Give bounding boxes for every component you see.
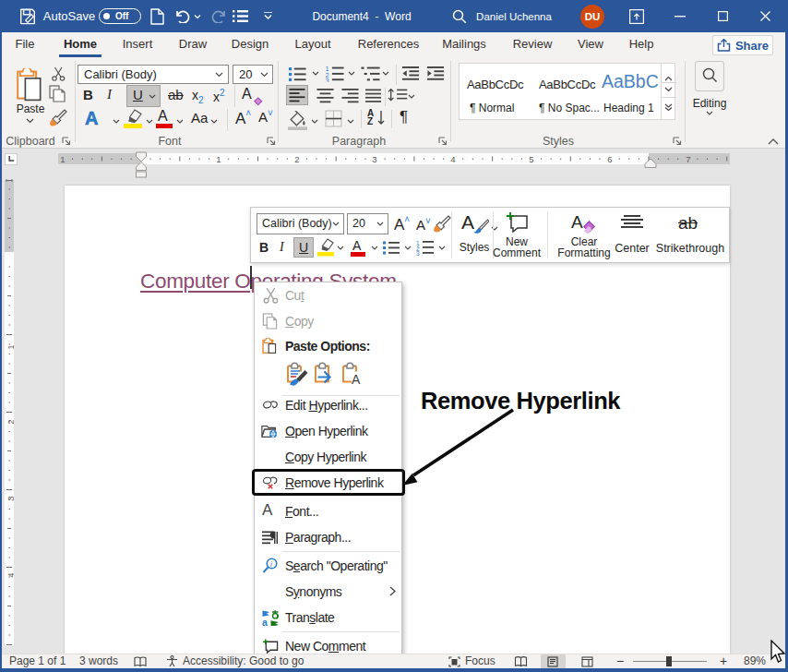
svg-text:2: 2	[6, 419, 15, 424]
svg-text:1: 1	[6, 344, 15, 349]
svg-text:3: 3	[372, 154, 376, 164]
svg-text:6: 6	[607, 154, 612, 164]
svg-text:3: 3	[325, 77, 328, 82]
svg-text:A: A	[352, 372, 361, 386]
svg-text:1: 1	[60, 154, 65, 164]
svg-text:3: 3	[6, 496, 15, 500]
svg-text:2: 2	[294, 154, 299, 164]
svg-text:7: 7	[686, 154, 690, 164]
svg-text:3: 3	[416, 250, 420, 256]
svg-text:4: 4	[450, 154, 455, 164]
svg-text:a: a	[262, 617, 268, 627]
svg-text:5: 5	[529, 154, 533, 164]
svg-text:i: i	[270, 560, 272, 569]
svg-text:4: 4	[6, 572, 15, 577]
svg-text:1: 1	[216, 154, 221, 164]
